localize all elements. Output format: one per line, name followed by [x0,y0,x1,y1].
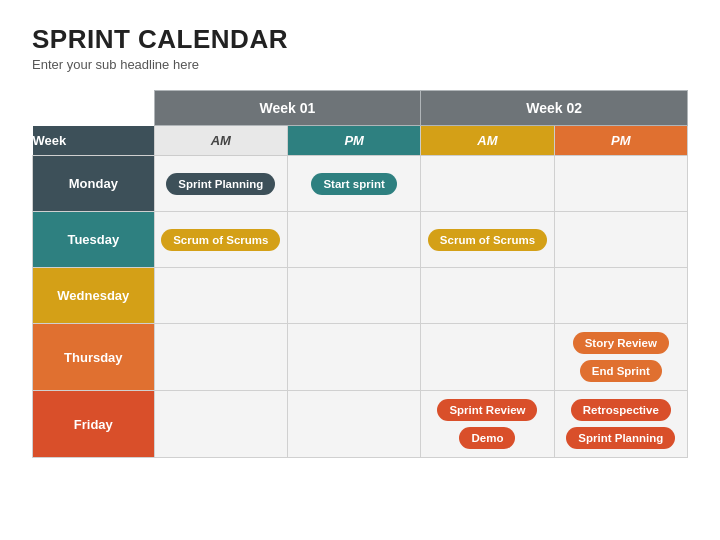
monday-pm1: Start sprint [287,156,420,212]
friday-pm2: Retrospective Sprint Planning [554,391,687,458]
sprint-planning-pill: Sprint Planning [166,173,275,195]
pm2-header: PM [554,126,687,156]
row-tuesday: Tuesday Scrum of Scrums Scrum of Scrums [33,212,688,268]
tuesday-am1: Scrum of Scrums [154,212,287,268]
tuesday-pm1 [287,212,420,268]
end-sprint-pill: End Sprint [580,360,662,382]
week01-header: Week 01 [154,91,421,126]
week-col-label: Week [33,126,155,156]
row-wednesday: Wednesday [33,268,688,324]
thursday-am2 [421,324,554,391]
am1-header: AM [154,126,287,156]
wednesday-label: Wednesday [33,268,155,324]
scrum-of-scrums-pill-1: Scrum of Scrums [161,229,280,251]
row-friday: Friday Sprint Review Demo Retrospective … [33,391,688,458]
friday-pm1 [287,391,420,458]
friday-label: Friday [33,391,155,458]
wednesday-pm1 [287,268,420,324]
sprint-review-pill: Sprint Review [437,399,537,421]
friday-am2: Sprint Review Demo [421,391,554,458]
thursday-am1 [154,324,287,391]
am2-header: AM [421,126,554,156]
story-review-pill: Story Review [573,332,669,354]
thursday-pm1 [287,324,420,391]
start-sprint-pill: Start sprint [311,173,396,195]
monday-label: Monday [33,156,155,212]
wednesday-am1 [154,268,287,324]
row-monday: Monday Sprint Planning Start sprint [33,156,688,212]
week02-header: Week 02 [421,91,688,126]
thursday-pm2: Story Review End Sprint [554,324,687,391]
tuesday-label: Tuesday [33,212,155,268]
friday-am1 [154,391,287,458]
pm1-header: PM [287,126,420,156]
tuesday-pm2 [554,212,687,268]
sprint-planning-2-pill: Sprint Planning [566,427,675,449]
wednesday-am2 [421,268,554,324]
monday-am1: Sprint Planning [154,156,287,212]
retrospective-pill: Retrospective [571,399,671,421]
wednesday-pm2 [554,268,687,324]
row-thursday: Thursday Story Review End Sprint [33,324,688,391]
page-title: SPRINT CALENDAR [32,24,688,55]
scrum-of-scrums-pill-2: Scrum of Scrums [428,229,547,251]
page-subtitle: Enter your sub headline here [32,57,688,72]
monday-pm2 [554,156,687,212]
monday-am2 [421,156,554,212]
tuesday-am2: Scrum of Scrums [421,212,554,268]
thursday-label: Thursday [33,324,155,391]
demo-pill: Demo [459,427,515,449]
